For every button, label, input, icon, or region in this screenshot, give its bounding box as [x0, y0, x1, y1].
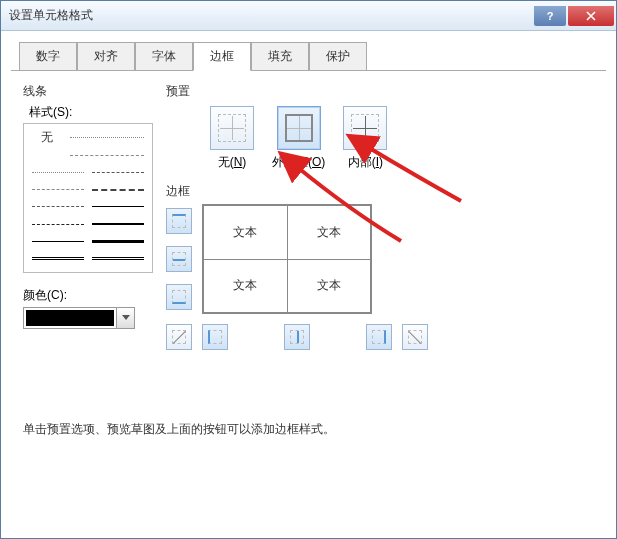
preset-row: 无(N) 外边框(O) 内部(I)	[210, 106, 594, 171]
color-label: 颜色(C):	[23, 287, 153, 304]
line-sample[interactable]	[70, 155, 144, 156]
edge-left-button[interactable]	[202, 324, 228, 350]
line-style-none[interactable]: 无	[28, 129, 66, 146]
line-group-label: 线条	[23, 83, 153, 100]
line-group: 线条 样式(S): 无 颜色(C):	[23, 83, 153, 329]
tabstrip: 数字 对齐 字体 边框 填充 保护	[1, 31, 616, 70]
preset-inside-label: 内部(I)	[348, 154, 383, 171]
tab-alignment[interactable]: 对齐	[77, 42, 135, 71]
line-sample[interactable]	[92, 240, 144, 243]
preset-group-label: 预置	[166, 83, 594, 100]
close-button[interactable]	[568, 6, 614, 26]
hint-text: 单击预置选项、预览草图及上面的按钮可以添加边框样式。	[23, 421, 335, 438]
preview-cell: 文本	[204, 259, 288, 313]
window-title: 设置单元格格式	[9, 7, 93, 24]
line-sample[interactable]	[92, 206, 144, 207]
line-sample[interactable]	[32, 224, 84, 225]
preview-cell: 文本	[287, 206, 371, 260]
right-column: 预置 无(N) 外边框(O) 内部(I) 边框	[166, 83, 594, 350]
style-label: 样式(S):	[29, 104, 153, 121]
preset-none-label: 无(N)	[218, 154, 247, 171]
close-icon	[586, 11, 596, 21]
tab-fill[interactable]: 填充	[251, 42, 309, 71]
line-sample[interactable]	[32, 189, 84, 190]
preset-none-button[interactable]	[210, 106, 254, 150]
line-sample[interactable]	[70, 137, 144, 138]
preview-cell: 文本	[204, 206, 288, 260]
help-button[interactable]: ?	[534, 6, 566, 26]
tab-content: 线条 样式(S): 无 颜色(C): 预置	[11, 70, 606, 530]
edge-right-button[interactable]	[366, 324, 392, 350]
tab-border[interactable]: 边框	[193, 42, 251, 71]
color-swatch	[25, 309, 115, 327]
titlebar: 设置单元格格式 ?	[1, 1, 616, 31]
line-sample[interactable]	[32, 172, 84, 173]
edge-bottom-row	[166, 324, 594, 350]
window-buttons: ?	[534, 6, 616, 26]
border-group-label: 边框	[166, 183, 594, 200]
preset-outline-button[interactable]	[277, 106, 321, 150]
preview-cell: 文本	[287, 259, 371, 313]
edge-top-button[interactable]	[166, 208, 192, 234]
line-sample[interactable]	[32, 241, 84, 242]
tab-number[interactable]: 数字	[19, 42, 77, 71]
edge-vmid-button[interactable]	[284, 324, 310, 350]
preset-inside-button[interactable]	[343, 106, 387, 150]
preset-outline-label: 外边框(O)	[272, 154, 325, 171]
color-dropdown[interactable]	[23, 307, 135, 329]
chevron-down-icon	[116, 308, 134, 328]
tab-font[interactable]: 字体	[135, 42, 193, 71]
line-sample[interactable]	[92, 257, 144, 260]
line-sample[interactable]	[32, 206, 84, 207]
edge-diag-down-button[interactable]	[402, 324, 428, 350]
line-style-list[interactable]: 无	[23, 123, 153, 273]
edge-left-col	[166, 204, 192, 314]
format-cells-dialog: 设置单元格格式 ? 数字 对齐 字体 边框 填充 保护 线条 样式(S): 无	[0, 0, 617, 539]
border-preview[interactable]: 文本文本 文本文本	[202, 204, 372, 314]
line-sample[interactable]	[92, 223, 144, 225]
edge-bottom-button[interactable]	[166, 284, 192, 310]
tab-protection[interactable]: 保护	[309, 42, 367, 71]
line-sample[interactable]	[32, 257, 84, 260]
line-sample[interactable]	[92, 172, 144, 173]
border-group: 边框 文本文本 文本文本	[166, 183, 594, 350]
line-sample[interactable]	[92, 189, 144, 191]
edge-hmid-button[interactable]	[166, 246, 192, 272]
edge-diag-up-button[interactable]	[166, 324, 192, 350]
